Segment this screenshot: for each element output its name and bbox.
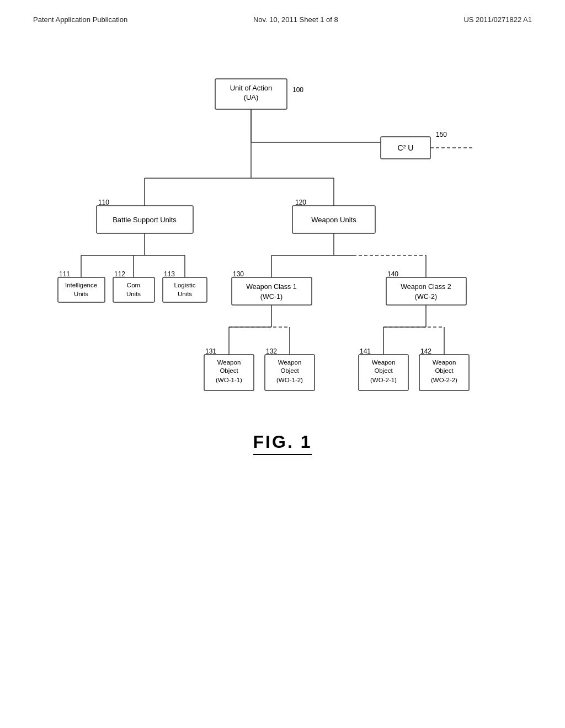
svg-text:Weapon: Weapon [433,359,456,366]
svg-text:150: 150 [436,131,447,138]
svg-text:Object: Object [220,367,238,374]
svg-text:(WO-2-1): (WO-2-1) [370,377,397,383]
svg-text:Units: Units [74,291,88,297]
svg-text:Weapon: Weapon [372,359,396,366]
svg-text:Battle Support Units: Battle Support Units [113,216,177,224]
svg-text:Weapon: Weapon [217,359,241,366]
svg-rect-37 [58,277,105,302]
svg-text:100: 100 [292,86,303,94]
svg-text:113: 113 [164,270,175,278]
svg-text:Object: Object [435,367,454,374]
svg-text:142: 142 [420,347,431,355]
svg-text:Intelligence: Intelligence [65,282,97,288]
svg-text:140: 140 [387,270,398,278]
svg-rect-40 [113,277,154,302]
svg-text:112: 112 [114,270,125,278]
svg-text:C² U: C² U [398,143,414,152]
svg-text:Weapon Units: Weapon Units [311,216,356,224]
svg-text:131: 131 [205,347,216,355]
svg-text:141: 141 [360,347,371,355]
header-left: Patent Application Publication [33,15,127,24]
svg-rect-46 [232,277,312,305]
diagram-svg: Unit of Action (UA) C² U Battle Support … [0,35,565,531]
svg-text:Com: Com [127,282,140,288]
svg-text:(UA): (UA) [244,93,259,101]
svg-text:Object: Object [374,367,393,374]
header-center: Nov. 10, 2011 Sheet 1 of 8 [253,15,338,24]
svg-text:132: 132 [266,347,277,355]
svg-text:Weapon Class 2: Weapon Class 2 [401,283,451,291]
page-header: Patent Application Publication Nov. 10, … [0,0,565,24]
header-right: US 2011/0271822 A1 [463,15,532,24]
svg-text:(WO-2-2): (WO-2-2) [431,377,457,383]
svg-text:Unit of Action: Unit of Action [230,84,273,92]
svg-text:Units: Units [126,291,141,297]
svg-text:(WO-1-1): (WO-1-1) [216,377,242,383]
svg-text:(WO-1-2): (WO-1-2) [276,377,303,383]
svg-text:Logistic: Logistic [174,282,196,288]
svg-text:130: 130 [233,270,244,278]
svg-text:Weapon Class 1: Weapon Class 1 [246,283,297,291]
svg-rect-43 [163,277,207,302]
diagram-area: Unit of Action (UA) C² U Battle Support … [0,35,565,531]
svg-text:(WC-2): (WC-2) [415,293,437,301]
svg-rect-49 [386,277,466,305]
svg-text:111: 111 [59,270,70,278]
svg-text:(WC-1): (WC-1) [260,293,282,301]
figure-label: FIG. 1 [253,432,312,455]
svg-text:110: 110 [98,199,109,206]
svg-text:Weapon: Weapon [278,359,302,366]
svg-text:120: 120 [295,199,306,206]
svg-text:Object: Object [280,367,299,374]
svg-text:Units: Units [178,291,192,297]
